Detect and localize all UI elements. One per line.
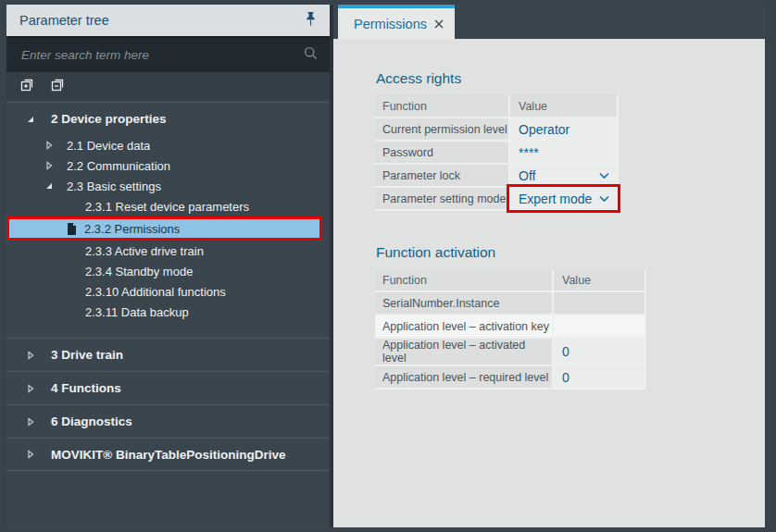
expand-all-icon [19,77,35,95]
collapsed-arrow-icon[interactable] [26,384,35,393]
tree-toolbar [6,72,330,100]
tree-item-2-3-3-active-drive-train[interactable]: 2.3.3 Active drive train [6,241,330,261]
parameter-table: FunctionValueCurrent permission levelOpe… [375,95,619,211]
tree-item-movikit-binarytablepositioningdrive[interactable]: MOVIKIT® BinaryTablePositioningDrive [6,438,330,471]
section-access-rights: Access rightsFunctionValueCurrent permis… [375,70,765,211]
tree-item-4-functions[interactable]: 4 Functions [6,371,330,404]
parameter-tree: 2 Device properties2.1 Device data2.2 Co… [6,100,330,527]
pin-icon [305,11,317,30]
tree-item-label: 2.3.1 Reset device parameters [85,200,249,214]
value-field[interactable]: 0 [553,338,645,365]
table-row: Application level – required level0 [375,365,645,389]
collapsed-arrow-icon[interactable] [26,417,35,427]
value-field[interactable] [553,291,645,315]
tree-item-3-drive-train[interactable]: 3 Drive train [6,338,330,371]
parameter-tree-header: Parameter tree [6,5,330,38]
value-text: Off [519,168,535,183]
cell-function: Application level – required level [375,365,553,389]
tree-item-2-3-11-data-backup[interactable]: 2.3.11 Data backup [6,302,330,322]
column-header-function: Function [375,95,509,118]
table-row: Parameter setting modeExpert mode [375,187,618,210]
cell-function: Application level – activation key [375,315,553,338]
tab-label: Permissions [354,17,433,31]
table-row: Password**** [375,141,618,164]
table-row: SerialNumber.Instance [375,291,645,315]
value-field[interactable] [553,315,645,338]
tree-item-label: MOVIKIT® BinaryTablePositioningDrive [51,448,285,462]
main-panel: Permissions Access rightsFunctionValueCu… [333,5,765,527]
cell-function: Parameter setting mode [375,187,509,210]
collapse-all-button[interactable] [48,77,67,95]
value-text: 0 [562,344,569,359]
tree-item-label: 2.3.11 Data backup [85,305,189,319]
tree-item-2-3-1-reset-device-parameters[interactable]: 2.3.1 Reset device parameters [6,196,330,217]
parameter-tree-panel: Parameter tree [6,5,333,527]
value-text: Expert mode [519,192,592,206]
parameter-table: FunctionValueSerialNumber.InstanceApplic… [375,269,646,390]
tab-close-button[interactable] [433,19,444,30]
tree-item-label: 2.3.3 Active drive train [85,244,204,258]
value-dropdown[interactable]: Off [509,164,618,187]
column-header-value: Value [509,95,618,118]
tree-item-label: 2.3.2 Permissions [84,222,180,236]
value-field[interactable]: 0 [553,365,645,389]
collapse-all-icon [50,77,66,95]
cell-function: Password [375,141,509,164]
tree-item-2-3-4-standby-mode[interactable]: 2.3.4 Standby mode [6,261,330,281]
tree-item-label: 2.3.10 Additional functions [85,285,226,299]
search-icon [304,46,318,64]
section-title: Access rights [376,70,765,87]
table-row: Current permission levelOperator [375,118,618,141]
search-input[interactable] [19,47,304,63]
value-text: 0 [562,370,569,385]
expanded-arrow-icon[interactable] [26,115,35,124]
value-text: Operator [519,122,569,137]
tab-content: Access rightsFunctionValueCurrent permis… [333,39,765,527]
expanded-arrow-icon[interactable] [44,181,54,191]
value-text: **** [519,145,539,160]
value-field[interactable]: Operator [509,118,618,141]
tree-item-label: 4 Functions [51,381,121,395]
tree-item-2-2-communication[interactable]: 2.2 Communication [6,155,330,176]
tree-item-2-3-10-additional-functions[interactable]: 2.3.10 Additional functions [6,281,330,302]
column-header-function: Function [375,269,553,291]
table-row: Application level – activation key [375,315,645,338]
table-row: Parameter lockOff [375,164,618,187]
tree-item-label: 2.3 Basic settings [67,179,161,193]
table-row: Application level – activated level0 [375,338,645,365]
tab-permissions[interactable]: Permissions [338,5,455,39]
tree-item-2-3-basic-settings[interactable]: 2.3 Basic settings [6,176,330,196]
value-field[interactable]: **** [509,141,618,164]
expand-all-button[interactable] [18,77,36,95]
app-window: Parameter tree [0,0,776,532]
tree-item-label: 2.2 Communication [67,159,170,173]
cell-function: Application level – activated level [375,338,553,365]
chevron-down-icon [598,194,610,203]
collapsed-arrow-icon[interactable] [44,141,54,150]
chevron-down-icon [598,171,610,179]
tree-item-label: 2.1 Device data [67,139,150,153]
close-icon [433,19,444,30]
value-dropdown[interactable]: Expert mode [509,187,618,210]
pin-button[interactable] [305,11,317,30]
tab-bar: Permissions [333,5,765,39]
tree-item-2-1-device-data[interactable]: 2.1 Device data [6,135,330,155]
tree-item-label: 6 Diagnostics [51,414,132,428]
section-function-activation: Function activationFunctionValueSerialNu… [375,244,765,390]
cell-function: Current permission level [375,118,509,141]
tree-item-6-diagnostics[interactable]: 6 Diagnostics [6,404,330,438]
collapsed-arrow-icon[interactable] [26,450,35,459]
search-bar [6,38,330,72]
parameter-tree-title: Parameter tree [19,13,109,28]
tree-item-label: 2 Device properties [51,112,167,126]
tree-item-2-device-properties[interactable]: 2 Device properties [6,102,330,135]
tree-item-label: 2.3.4 Standby mode [85,265,193,278]
tree-item-label: 3 Drive train [51,348,123,362]
cell-function: SerialNumber.Instance [375,291,553,315]
column-header-value: Value [553,269,645,291]
collapsed-arrow-icon[interactable] [44,161,54,170]
cell-function: Parameter lock [375,164,509,187]
tree-item-2-3-2-permissions[interactable]: 2.3.2 Permissions [6,217,322,241]
collapsed-arrow-icon[interactable] [26,351,35,360]
parameter-page-icon [67,223,77,235]
